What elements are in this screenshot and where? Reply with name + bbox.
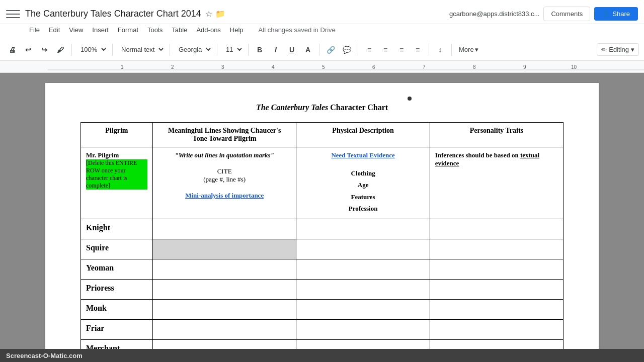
align-justify-button[interactable]: ≡ (411, 43, 425, 57)
document-page: The Canterbury Tales Character Chart Pil… (45, 83, 599, 349)
align-left-button[interactable]: ≡ (362, 43, 376, 57)
editing-chevron-icon: ▾ (631, 46, 634, 53)
character-chart-table: Pilgrim Meaningful Lines Showing Chaucer… (80, 122, 564, 349)
menu-edit[interactable]: Edit (45, 24, 64, 36)
separator-9 (451, 44, 452, 56)
personality-cell-merchant (430, 339, 563, 349)
title-bar: The Canterbury Tales Character Chart 201… (0, 0, 644, 24)
need-evidence-link[interactable]: Need Textual Evidence (301, 151, 424, 159)
separator-2 (112, 44, 113, 56)
hamburger-menu[interactable] (6, 7, 20, 21)
more-chevron-icon: ▾ (475, 46, 478, 53)
separator-1 (71, 44, 72, 56)
text-style-select[interactable]: Normal text (117, 43, 166, 56)
italic-button[interactable]: I (269, 43, 283, 57)
cite-text: CITE(page #, line #s) (158, 167, 291, 184)
personality-cell-yeoman (430, 259, 563, 279)
align-center-button[interactable]: ≡ (378, 43, 392, 57)
table-row: Monk (81, 299, 564, 319)
physical-cell-knight (296, 219, 430, 239)
font-select[interactable]: Georgia (174, 43, 213, 56)
bold-button[interactable]: B (253, 43, 267, 57)
title-right-actions: gcarbone@apps.district833.c... Comments … (449, 7, 638, 21)
separator-7 (358, 44, 358, 56)
title-italic-part: The Canterbury Tales (256, 103, 328, 112)
lines-cell-friar (152, 319, 296, 339)
comments-button[interactable]: Comments (543, 7, 590, 21)
physical-list: ClothingAgeFeaturesProfession (301, 167, 424, 215)
share-button[interactable]: 👤 Share (594, 7, 638, 21)
svg-text:6: 6 (372, 64, 375, 70)
pilgrim-name: Mr. Pilgrim (86, 151, 147, 159)
menu-addons[interactable]: Add-ons (192, 24, 224, 36)
comment-button[interactable]: 💬 (340, 43, 354, 57)
menu-table[interactable]: Table (168, 24, 191, 36)
pilgrim-cell-yeoman: Yeoman (81, 259, 153, 279)
header-personality: Personality Traits (430, 123, 563, 147)
lines-cell-squire (152, 239, 296, 259)
menu-tools[interactable]: Tools (143, 24, 167, 36)
user-email: gcarbone@apps.district833.c... (449, 10, 539, 18)
zoom-select[interactable]: 100% (76, 43, 108, 56)
lines-cell-merchant (152, 339, 296, 349)
lines-cell-yeoman (152, 259, 296, 279)
ruler: 1 2 3 4 5 6 7 8 9 10 (0, 61, 644, 73)
folder-icon[interactable]: 📁 (215, 9, 225, 19)
share-icon: 👤 (602, 10, 610, 18)
underline-button[interactable]: U (285, 43, 299, 57)
menu-bar: File Edit View Insert Format Tools Table… (0, 24, 644, 39)
more-button[interactable]: More ▾ (456, 44, 481, 55)
physical-cell-merchant (296, 339, 430, 349)
menu-help[interactable]: Help (226, 24, 248, 36)
star-icon[interactable]: ☆ (205, 9, 212, 19)
table-row: Yeoman (81, 259, 564, 279)
separator-6 (319, 44, 319, 56)
svg-text:3: 3 (221, 64, 224, 70)
line-spacing-button[interactable]: ↕ (433, 43, 447, 57)
lines-cell-prioress (152, 279, 296, 299)
menu-file[interactable]: File (25, 24, 44, 36)
menu-format[interactable]: Format (114, 24, 142, 36)
document-title[interactable]: The Canterbury Tales Character Chart 201… (25, 9, 201, 19)
title-rest: Character Chart (328, 103, 388, 112)
menu-insert[interactable]: Insert (88, 24, 113, 36)
table-row: Friar (81, 319, 564, 339)
text-color-button[interactable]: A (301, 43, 315, 57)
physical-cell-squire (296, 239, 430, 259)
personality-cell-monk (430, 299, 563, 319)
separator-4 (217, 44, 217, 56)
screencast-label: Screencast-O-Matic.com (6, 352, 83, 359)
text-color-label: A (305, 46, 310, 54)
editing-mode-button[interactable]: ✏ Editing ▾ (597, 43, 639, 56)
pilgrim-cell-merchant: Merchant (81, 339, 153, 349)
physical-cell-mr-pilgrim: Need Textual Evidence ClothingAgeFeature… (296, 147, 430, 219)
lines-cell-knight (152, 219, 296, 239)
cursor (408, 97, 412, 101)
font-size-select[interactable]: 11 (221, 43, 244, 56)
personality-cell-prioress (430, 279, 563, 299)
svg-text:10: 10 (571, 64, 577, 70)
mini-analysis-link[interactable]: Mini-analysis of importance (158, 192, 291, 200)
pilgrim-note: [Delete this ENTIRE ROW once your charac… (86, 159, 147, 190)
physical-cell-yeoman (296, 259, 430, 279)
separator-5 (248, 44, 249, 56)
pilgrim-cell-friar: Friar (81, 319, 153, 339)
paint-format-button[interactable]: 🖌 (53, 43, 67, 57)
table-row: Mr. Pilgrim [Delete this ENTIRE ROW once… (81, 147, 564, 219)
pilgrim-cell-mr-pilgrim: Mr. Pilgrim [Delete this ENTIRE ROW once… (81, 147, 153, 219)
menu-view[interactable]: View (65, 24, 87, 36)
quote-text: "Write out lines in quotation marks" (158, 151, 291, 159)
pilgrim-cell-squire: Squire (81, 239, 153, 259)
print-button[interactable]: 🖨 (5, 43, 19, 57)
lines-cell-mr-pilgrim: "Write out lines in quotation marks" CIT… (152, 147, 296, 219)
table-row: Prioress (81, 279, 564, 299)
document-heading: The Canterbury Tales Character Chart (80, 103, 564, 112)
align-right-button[interactable]: ≡ (394, 43, 409, 57)
link-button[interactable]: 🔗 (324, 43, 338, 57)
lines-cell-monk (152, 299, 296, 319)
redo-button[interactable]: ↪ (37, 43, 51, 57)
inference-text: Inferences should be based on (435, 151, 520, 159)
undo-button[interactable]: ↩ (21, 43, 35, 57)
header-lines: Meaningful Lines Showing Chaucer'sTone T… (152, 123, 296, 147)
svg-text:1: 1 (121, 64, 124, 70)
